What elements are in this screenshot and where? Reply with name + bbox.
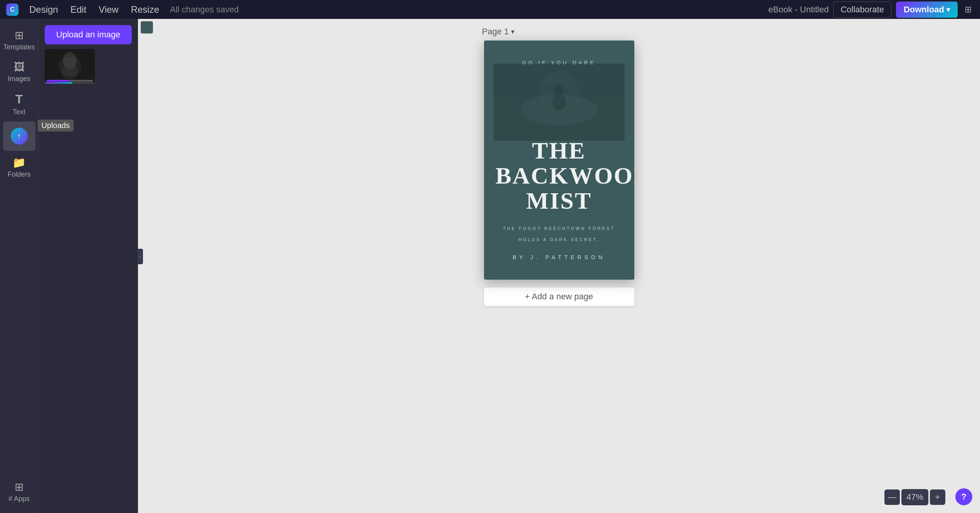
thumbnail-progress-fill [45,82,72,84]
view-nav-btn[interactable]: View [94,2,123,17]
svg-point-3 [58,57,81,76]
left-panel: Upload an image [39,19,138,513]
upload-image-button[interactable]: Upload an image [45,25,132,44]
templates-icon: ⊞ [15,29,24,42]
sidebar-item-text[interactable]: T Text [3,88,35,120]
color-swatch[interactable] [141,21,153,34]
thumbnail-progress-bar [45,82,95,84]
cover-description-line2: HOLDS A DARK SECRET. [503,236,615,243]
page-label: Page 1 [482,27,509,37]
zoom-out-button[interactable]: — [884,489,900,505]
left-sidebar: ⊞ Templates 🖼 Images T Text ↑ Uploads 📁 … [0,19,39,513]
zoom-controls: — 47% + [884,489,945,505]
color-swatch-bar [141,21,153,34]
sidebar-item-templates[interactable]: ⊞ Templates [3,25,35,55]
thumbnail-svg [45,49,95,84]
download-button[interactable]: Download ▾ [896,2,958,18]
text-icon: T [15,92,23,106]
folders-icon: 📁 [12,156,26,169]
canva-logo[interactable]: C [6,3,18,16]
design-nav-btn[interactable]: Design [25,2,63,17]
zoom-level-display: 47% [901,489,928,505]
resize-nav-btn[interactable]: Resize [126,2,164,17]
add-new-page-bar[interactable]: + Add a new page [484,287,634,306]
download-chevron-icon: ▾ [946,5,950,14]
cover-title: THE BACKWOODS MIST [496,138,623,213]
canvas-area: Page 1 ▾ GO IF YOU DARE THE BACKWOODS MI… [138,19,980,513]
grid-icon[interactable]: ⊞ [962,2,974,17]
sidebar-item-folders[interactable]: 📁 Folders [3,152,35,182]
book-cover[interactable]: GO IF YOU DARE THE BACKWOODS MIST T [484,40,634,280]
sidebar-item-images[interactable]: 🖼 Images [3,57,35,87]
upload-circle-icon: ↑ [11,128,28,145]
cover-description-line1: THE FOGGY BEECHTOWN FOREST [503,225,615,232]
zoom-in-button[interactable]: + [930,489,945,505]
top-nav: C Design Edit View Resize All changes sa… [0,0,980,19]
thumbnail-image [45,49,95,84]
cover-author: BY J. PATTERSON [513,254,605,264]
help-button[interactable]: ? [955,488,972,505]
page-label-row: Page 1 ▾ [482,27,515,37]
collapse-panel-handle[interactable]: ‹ [138,249,143,264]
page-label-chevron-icon[interactable]: ▾ [511,27,514,36]
canva-logo-icon: C [6,3,18,16]
doc-title: eBook - Untitled [768,5,829,15]
edit-nav-btn[interactable]: Edit [66,2,91,17]
uploaded-thumbnail[interactable] [45,49,95,84]
sidebar-item-apps[interactable]: ⊞ # Apps [3,477,35,507]
svg-point-11 [552,94,566,111]
svg-rect-5 [47,80,70,82]
nav-right: eBook - Untitled Collaborate Download ▾ … [768,2,974,18]
auto-save-status: All changes saved [170,5,239,15]
images-icon: 🖼 [14,61,25,73]
sidebar-item-uploads[interactable]: ↑ Uploads [3,122,35,151]
collaborate-button[interactable]: Collaborate [833,2,891,18]
cover-forest-image [494,64,625,141]
apps-icon: ⊞ [15,481,24,493]
